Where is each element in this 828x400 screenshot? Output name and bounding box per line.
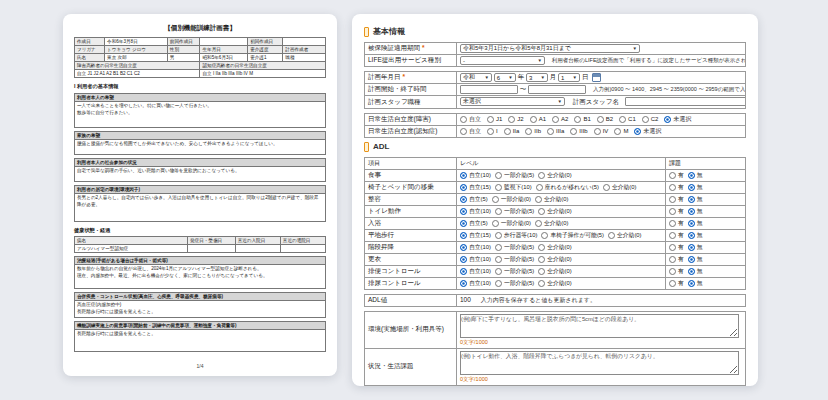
radio-option[interactable]: 自立 (460, 115, 481, 124)
radio-icon[interactable] (530, 116, 537, 123)
radio-icon[interactable] (688, 268, 695, 275)
radio-icon[interactable] (538, 172, 545, 179)
radio-option[interactable]: 有 (669, 219, 684, 228)
radio-icon[interactable] (574, 116, 581, 123)
radio-icon[interactable] (634, 128, 641, 135)
radio-icon[interactable] (460, 244, 467, 251)
radio-icon[interactable] (669, 280, 676, 287)
radio-icon[interactable] (614, 128, 621, 135)
radio-icon[interactable] (538, 256, 545, 263)
radio-option[interactable]: 無 (688, 207, 703, 216)
radio-icon[interactable] (495, 244, 502, 251)
radio-option[interactable]: 自立(10) (460, 207, 491, 216)
radio-icon[interactable] (495, 256, 502, 263)
radio-option[interactable]: 一部介助(5) (495, 267, 534, 276)
radio-icon[interactable] (669, 220, 676, 227)
radio-option[interactable]: 有 (669, 195, 684, 204)
radio-icon[interactable] (669, 244, 676, 251)
radio-option[interactable]: 無 (688, 195, 703, 204)
radio-option[interactable]: 有 (669, 171, 684, 180)
radio-option[interactable]: IIIa (547, 128, 564, 135)
radio-option[interactable]: 車椅子操作が可能(5) (541, 231, 604, 240)
radio-option[interactable]: 無 (688, 171, 703, 180)
radio-option[interactable]: B2 (597, 116, 613, 123)
radio-option[interactable]: IIb (525, 128, 541, 135)
radio-icon[interactable] (495, 184, 502, 191)
radio-icon[interactable] (664, 116, 671, 123)
radio-icon[interactable] (508, 116, 515, 123)
radio-option[interactable]: 有 (669, 243, 684, 252)
radio-icon[interactable] (460, 280, 467, 287)
radio-option[interactable]: 未選択 (664, 115, 691, 124)
radio-icon[interactable] (594, 128, 601, 135)
radio-option[interactable]: 有 (669, 279, 684, 288)
radio-icon[interactable] (535, 196, 542, 203)
radio-icon[interactable] (492, 196, 499, 203)
radio-icon[interactable] (460, 232, 467, 239)
radio-icon[interactable] (608, 232, 615, 239)
radio-icon[interactable] (688, 256, 695, 263)
radio-icon[interactable] (669, 208, 676, 215)
radio-option[interactable]: C1 (619, 116, 636, 123)
calendar-icon[interactable] (592, 73, 601, 82)
radio-icon[interactable] (460, 128, 467, 135)
radio-option[interactable]: 有 (669, 207, 684, 216)
month-select[interactable]: 3▼ (526, 73, 548, 82)
radio-icon[interactable] (669, 232, 676, 239)
radio-option[interactable]: 無 (688, 231, 703, 240)
radio-icon[interactable] (669, 196, 676, 203)
radio-icon[interactable] (547, 128, 554, 135)
radio-icon[interactable] (688, 232, 695, 239)
radio-option[interactable]: 一部介助(5) (495, 171, 534, 180)
radio-option[interactable]: 一部介助(5) (495, 255, 534, 264)
radio-option[interactable]: 自立(10) (460, 171, 491, 180)
radio-icon[interactable] (669, 172, 676, 179)
radio-icon[interactable] (495, 208, 502, 215)
radio-option[interactable]: 有 (669, 231, 684, 240)
staff-role-select[interactable]: 未選択▼ (460, 97, 565, 106)
radio-option[interactable]: 自立(10) (460, 243, 491, 252)
radio-option[interactable]: 自立(5) (460, 195, 488, 204)
radio-option[interactable]: 全介助(0) (538, 207, 571, 216)
radio-icon[interactable] (460, 208, 467, 215)
radio-option[interactable]: 全介助(0) (603, 183, 636, 192)
radio-option[interactable]: 無 (688, 255, 703, 264)
radio-option[interactable]: 一部介助(0) (492, 195, 531, 204)
radio-icon[interactable] (570, 128, 577, 135)
radio-option[interactable]: C2 (642, 116, 659, 123)
start-time-input[interactable] (460, 85, 518, 94)
life-issues-textarea[interactable] (460, 351, 739, 375)
radio-icon[interactable] (495, 268, 502, 275)
radio-icon[interactable] (525, 128, 532, 135)
radio-option[interactable]: 自立(10) (460, 279, 491, 288)
radio-icon[interactable] (487, 128, 494, 135)
radio-option[interactable]: 無 (688, 243, 703, 252)
radio-option[interactable]: 全介助(0) (538, 267, 571, 276)
radio-icon[interactable] (688, 280, 695, 287)
radio-option[interactable]: IV (594, 128, 609, 135)
radio-option[interactable]: 自立(15) (460, 231, 491, 240)
radio-icon[interactable] (688, 196, 695, 203)
radio-option[interactable]: 自立 (460, 127, 481, 136)
radio-icon[interactable] (495, 232, 502, 239)
radio-icon[interactable] (460, 268, 467, 275)
radio-option[interactable]: 歩行器等(10) (495, 231, 538, 240)
radio-icon[interactable] (669, 256, 676, 263)
end-time-input[interactable] (528, 85, 586, 94)
radio-option[interactable]: IIa (504, 128, 520, 135)
radio-option[interactable]: 全介助(0) (608, 231, 641, 240)
era-select[interactable]: 令和▼ (460, 73, 492, 82)
radio-option[interactable]: 無 (688, 267, 703, 276)
radio-option[interactable]: 自立(10) (460, 267, 491, 276)
radio-option[interactable]: 座れるが移れない(5) (536, 183, 599, 192)
radio-icon[interactable] (535, 220, 542, 227)
radio-option[interactable]: 全介助(0) (535, 195, 568, 204)
radio-option[interactable]: 一部介助(5) (495, 207, 534, 216)
radio-icon[interactable] (669, 184, 676, 191)
radio-icon[interactable] (538, 280, 545, 287)
radio-option[interactable]: B1 (574, 116, 590, 123)
radio-icon[interactable] (460, 220, 467, 227)
radio-option[interactable]: 全介助(0) (538, 255, 571, 264)
radio-icon[interactable] (642, 116, 649, 123)
radio-icon[interactable] (495, 280, 502, 287)
